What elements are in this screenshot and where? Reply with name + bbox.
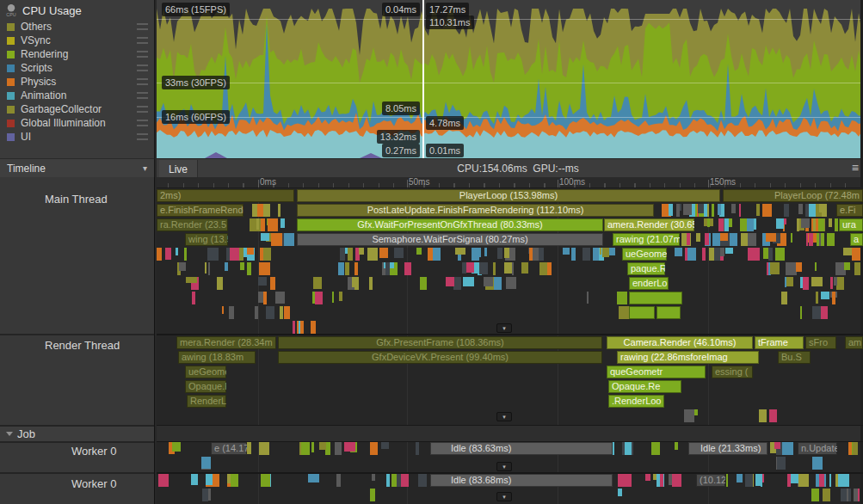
profiler-sample-block[interactable]	[830, 277, 833, 289]
drag-handle-icon[interactable]	[137, 92, 148, 99]
timeline-span[interactable]: enderLo	[629, 277, 669, 290]
timeline-span[interactable]: n.Update	[798, 442, 837, 455]
profiler-sample-block[interactable]	[348, 248, 353, 261]
profiler-sample-block[interactable]	[775, 248, 785, 261]
profiler-sample-block[interactable]	[707, 204, 709, 217]
profiler-sample-block[interactable]	[645, 474, 650, 481]
profiler-sample-block[interactable]	[776, 218, 784, 229]
profiler-sample-block[interactable]	[311, 321, 316, 334]
profiler-sample-block[interactable]	[172, 442, 181, 452]
timeline-span[interactable]	[629, 292, 682, 304]
profiler-sample-block[interactable]	[823, 489, 830, 501]
profiler-sample-block[interactable]	[835, 218, 838, 231]
profiler-sample-block[interactable]	[179, 262, 186, 271]
profiler-sample-block[interactable]	[201, 457, 212, 469]
profiler-sample-block[interactable]	[684, 409, 694, 422]
profiler-sample-block[interactable]	[263, 204, 270, 217]
profiler-sample-block[interactable]	[394, 248, 404, 258]
profiler-sample-block[interactable]	[206, 474, 213, 485]
timeline-span[interactable]: .RenderLoo	[608, 395, 664, 408]
profiler-sample-block[interactable]	[259, 262, 270, 275]
profiler-sample-block[interactable]	[261, 474, 270, 487]
profiler-sample-block[interactable]	[819, 204, 825, 212]
timeline-span[interactable]: essing (	[712, 366, 753, 378]
profiler-sample-block[interactable]	[247, 262, 252, 275]
profiler-sample-block[interactable]	[784, 204, 789, 217]
profiler-sample-block[interactable]	[755, 474, 762, 486]
collapse-section-button[interactable]: ▾	[496, 323, 512, 333]
profiler-sample-block[interactable]	[798, 204, 803, 214]
timeline-span[interactable]: Opaque.Re	[608, 380, 681, 393]
timeline-span[interactable]: ra.Render (23.5	[157, 218, 228, 231]
profiler-sample-block[interactable]	[812, 306, 821, 319]
profiler-sample-block[interactable]	[268, 218, 279, 231]
profiler-sample-block[interactable]	[319, 442, 326, 450]
profiler-sample-block[interactable]	[675, 442, 679, 450]
profiler-sample-block[interactable]	[213, 474, 220, 487]
profiler-sample-block[interactable]	[739, 204, 742, 217]
profiler-sample-block[interactable]	[747, 218, 754, 231]
profiler-sample-block[interactable]	[669, 204, 673, 216]
profiler-sample-block[interactable]	[278, 204, 280, 217]
profiler-sample-block[interactable]	[301, 442, 310, 455]
profiler-sample-block[interactable]	[191, 474, 198, 485]
timeline-span[interactable]: tFrame	[755, 336, 804, 349]
timeline-span[interactable]: e (14.17m	[211, 442, 247, 455]
timeline-span[interactable]: wing (13.5	[185, 233, 228, 246]
profiler-sample-block[interactable]	[284, 233, 295, 246]
drag-handle-icon[interactable]	[137, 133, 148, 140]
collapse-section-button[interactable]: ▾	[496, 462, 512, 471]
profiler-sample-block[interactable]	[466, 262, 475, 273]
profiler-sample-block[interactable]	[600, 248, 602, 255]
profiler-sample-block[interactable]	[791, 233, 792, 243]
profiler-sample-block[interactable]	[847, 489, 848, 501]
profiler-sample-block[interactable]	[259, 442, 269, 455]
profiler-sample-block[interactable]	[759, 409, 767, 422]
profiler-sample-block[interactable]	[192, 292, 195, 304]
profiler-sample-block[interactable]	[335, 442, 342, 455]
profiler-sample-block[interactable]	[416, 248, 422, 255]
profiler-sample-block[interactable]	[258, 292, 263, 303]
profiler-sample-block[interactable]	[702, 248, 706, 261]
profiler-sample-block[interactable]	[521, 262, 528, 274]
profiler-sample-block[interactable]	[806, 233, 808, 246]
profiler-sample-block[interactable]	[158, 474, 169, 487]
profiler-sample-block[interactable]	[497, 248, 502, 259]
profiler-sample-block[interactable]	[372, 474, 375, 481]
timeline-span[interactable]: amera.Render (30.65m	[604, 218, 694, 231]
menu-icon[interactable]: ≡	[852, 161, 859, 175]
profiler-sample-block[interactable]	[157, 248, 162, 261]
profiler-sample-block[interactable]	[359, 248, 363, 255]
profiler-sample-block[interactable]	[803, 277, 809, 290]
timeline-span[interactable]: queGeometr	[607, 366, 706, 378]
profiler-sample-block[interactable]	[299, 321, 300, 334]
profiler-sample-block[interactable]	[587, 292, 589, 304]
profiler-sample-block[interactable]	[834, 277, 837, 286]
profiler-sample-block[interactable]	[819, 474, 824, 487]
profiler-sample-block[interactable]	[208, 262, 210, 275]
profiler-sample-block[interactable]	[617, 292, 628, 304]
profiler-sample-block[interactable]	[748, 248, 755, 261]
profiler-sample-block[interactable]	[782, 442, 793, 455]
timeline-span[interactable]: Opaque.R	[185, 380, 226, 393]
profiler-sample-block[interactable]	[256, 218, 259, 230]
profiler-sample-block[interactable]	[756, 204, 760, 216]
profiler-sample-block[interactable]	[463, 277, 474, 286]
profiler-sample-block[interactable]	[370, 489, 375, 501]
profiler-sample-block[interactable]	[455, 248, 465, 255]
cpu-module-header[interactable]: CPU CPU Usage	[0, 0, 154, 19]
profiler-sample-block[interactable]	[416, 442, 420, 455]
profiler-sample-block[interactable]	[854, 489, 858, 501]
timeline-span[interactable]: RenderLo	[187, 395, 226, 408]
profiler-sample-block[interactable]	[176, 248, 178, 255]
timeline-span[interactable]: am	[845, 336, 863, 349]
profiler-sample-block[interactable]	[479, 262, 489, 274]
profiler-sample-block[interactable]	[777, 457, 786, 470]
profiler-sample-block[interactable]	[239, 248, 243, 261]
timeline-span[interactable]: mera.Render (28.34m	[176, 336, 276, 349]
timeline-span[interactable]: 2ms)	[157, 189, 294, 202]
timeline-ruler[interactable]: 0ms50ms100ms150ms	[157, 177, 863, 188]
profiler-sample-block[interactable]	[332, 292, 334, 303]
profiler-sample-block[interactable]	[660, 474, 663, 487]
timeline-span[interactable]: ura	[839, 218, 863, 231]
